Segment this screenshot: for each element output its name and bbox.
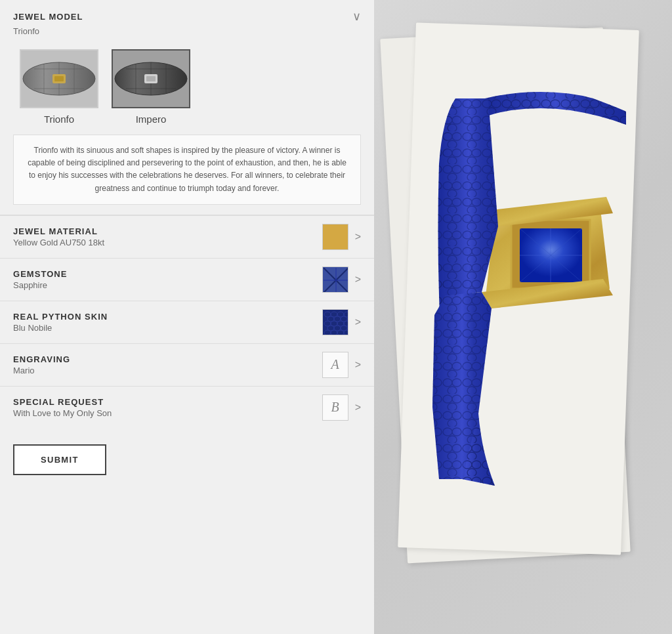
- right-panel: [374, 0, 672, 634]
- trionfo-thumbnail: [20, 49, 98, 108]
- submit-button[interactable]: SUBMIT: [13, 444, 106, 475]
- impero-thumbnail-svg: [113, 51, 189, 107]
- special-request-value: With Love to My Only Son: [13, 407, 322, 418]
- jewel-material-chevron: >: [355, 231, 361, 243]
- python-swatch-svg: [324, 310, 348, 335]
- python-skin-chevron: >: [355, 316, 361, 328]
- trionfo-thumbnail-svg: [21, 51, 97, 107]
- gemstone-right: >: [322, 266, 361, 293]
- svg-rect-8: [54, 76, 64, 81]
- model-option-trionfo[interactable]: Trionfo: [20, 49, 98, 125]
- python-skin-value: Blu Nobile: [13, 322, 322, 333]
- python-skin-title: REAL PYTHON SKIN: [13, 312, 322, 322]
- engraving-left: ENGRAVING Mario: [13, 354, 322, 375]
- jewel-material-title: JEWEL MATERIAL: [13, 226, 322, 236]
- gemstone-left: GEMSTONE Sapphire: [13, 269, 322, 290]
- jewel-model-header[interactable]: JEWEL MODEL ∨: [0, 0, 374, 26]
- jewel-model-value: Trionfo: [0, 26, 374, 43]
- special-request-left: SPECIAL REQUEST With Love to My Only Son: [13, 397, 322, 418]
- jewel-material-left: JEWEL MATERIAL Yellow Gold AU750 18kt: [13, 226, 322, 247]
- jewel-material-row[interactable]: JEWEL MATERIAL Yellow Gold AU750 18kt >: [0, 215, 374, 258]
- svg-rect-23: [324, 310, 348, 335]
- model-thumbnails-container: Trionfo: [0, 43, 374, 135]
- jewel-model-chevron: ∨: [352, 9, 361, 24]
- model-description: Trionfo with its sinuous and soft shapes…: [13, 135, 361, 205]
- python-skin-row[interactable]: REAL PYTHON SKIN Blu Nobile: [0, 301, 374, 343]
- special-request-chevron: >: [355, 402, 361, 413]
- bracelet-product-svg: [403, 33, 672, 558]
- special-request-title: SPECIAL REQUEST: [13, 397, 322, 407]
- gemstone-title: GEMSTONE: [13, 269, 322, 279]
- engraving-chevron: >: [355, 359, 361, 371]
- special-request-icon: B: [322, 394, 348, 421]
- engraving-right: A >: [322, 352, 361, 378]
- special-request-right: B >: [322, 394, 361, 421]
- special-request-row[interactable]: SPECIAL REQUEST With Love to My Only Son…: [0, 386, 374, 429]
- engraving-row[interactable]: ENGRAVING Mario A >: [0, 343, 374, 386]
- model-option-impero[interactable]: Impero: [112, 49, 190, 125]
- engraving-value: Mario: [13, 364, 322, 375]
- jewel-material-right: >: [322, 224, 361, 250]
- gemstone-row[interactable]: GEMSTONE Sapphire >: [0, 258, 374, 301]
- python-skin-left: REAL PYTHON SKIN Blu Nobile: [13, 312, 322, 333]
- gemstone-chevron: >: [355, 274, 361, 285]
- python-skin-swatch: [322, 309, 348, 335]
- svg-rect-17: [146, 76, 156, 81]
- jewel-model-section: JEWEL MODEL ∨ Trionfo: [0, 0, 374, 215]
- product-visual: [374, 0, 672, 634]
- python-skin-right: >: [322, 309, 361, 335]
- trionfo-label: Trionfo: [44, 114, 74, 125]
- gemstone-swatch-svg: [324, 268, 348, 293]
- impero-label: Impero: [136, 114, 167, 125]
- jewel-material-swatch: [322, 224, 348, 250]
- jewel-material-value: Yellow Gold AU750 18kt: [13, 236, 322, 247]
- engraving-title: ENGRAVING: [13, 354, 322, 364]
- engraving-icon: A: [322, 352, 348, 378]
- left-panel: JEWEL MODEL ∨ Trionfo: [0, 0, 374, 634]
- gemstone-value: Sapphire: [13, 279, 322, 290]
- submit-area: SUBMIT: [0, 431, 374, 488]
- impero-thumbnail: [112, 49, 190, 108]
- jewel-model-title: JEWEL MODEL: [13, 12, 83, 22]
- gemstone-swatch: [322, 266, 348, 293]
